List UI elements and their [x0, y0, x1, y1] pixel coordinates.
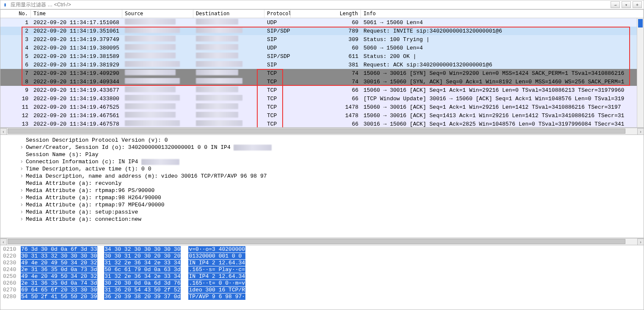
detail-tree-row[interactable]: Session Description Protocol Version (v)…: [0, 137, 644, 144]
packet-bytes-pane[interactable]: 021076 3d 30 0d 0a 6f 3d 33 34 30 32 30 …: [0, 245, 644, 310]
scroll-left-icon[interactable]: ‹: [0, 128, 7, 135]
hex-row[interactable]: 027069 64 65 6f 20 33 30 30 31 36 20 54 …: [3, 287, 641, 294]
cell-length: 74: [291, 70, 361, 77]
cell-length: 60: [291, 19, 361, 26]
cell-source: [122, 36, 193, 43]
hscroll-thumb[interactable]: [8, 129, 625, 134]
detail-tree-row[interactable]: Media Attribute (a): rtpmap:98 H264/9000…: [0, 194, 644, 201]
detail-tree-row[interactable]: Session Name (s): Play: [0, 151, 644, 158]
cell-length: 66: [291, 121, 361, 127]
cell-length: 66: [291, 87, 361, 93]
packet-row[interactable]: 92022-09-20 11:34:19.433677 6TCP6615060 …: [0, 86, 644, 94]
scroll-right-icon[interactable]: ›: [637, 239, 644, 245]
column-protocol[interactable]: Protocol: [264, 10, 291, 18]
cell-protocol: SIP: [264, 36, 291, 43]
hex-row[interactable]: 023049 4e 20 49 50 34 20 32 31 32 2e 36 …: [3, 260, 641, 266]
cell-no: 11: [0, 104, 31, 110]
detail-tree-row[interactable]: Media Attribute (a): rtpmap:96 PS/90000: [0, 187, 644, 194]
cell-no: 12: [0, 112, 31, 119]
display-filter-bar[interactable]: ▮ → ▾ +: [0, 0, 644, 9]
cell-no: 10: [0, 96, 31, 102]
cell-no: 2: [0, 28, 31, 34]
cell-length: 381: [291, 62, 361, 68]
cell-info: 5060 → 15060 Len=4: [361, 45, 644, 51]
packet-row[interactable]: 42022-09-20 11:34:19.380095 6UDP605060 →…: [0, 44, 644, 52]
cell-time: 2022-09-20 11:34:19.381929 1: [31, 62, 122, 68]
packet-row[interactable]: 22022-09-20 11:34:19.351061 1SIP/SDP789R…: [0, 27, 644, 35]
cell-time: 2022-09-20 11:34:19.381589 6: [31, 53, 122, 60]
cell-destination: [193, 120, 264, 127]
column-no[interactable]: No.: [0, 10, 31, 18]
cell-info: [TCP Window Update] 30016 → 15060 [ACK] …: [361, 96, 644, 102]
cell-source: [122, 78, 193, 85]
column-length[interactable]: Length: [291, 10, 361, 18]
packet-row[interactable]: 52022-09-20 11:34:19.381589 6SIP/SDP611S…: [0, 52, 644, 60]
cell-source: [122, 95, 193, 102]
packet-row[interactable]: 132022-09-20 11:34:19.467578 1TCP6630016…: [0, 120, 644, 127]
hex-row[interactable]: 022030 31 33 32 30 30 30 30 30 30 31 20 …: [3, 253, 641, 260]
cell-destination: [193, 112, 264, 119]
cell-destination: [193, 44, 264, 52]
cell-info: Request: INVITE sip:34020000001320000001…: [361, 28, 644, 34]
column-destination[interactable]: Destination: [193, 10, 264, 18]
packet-row[interactable]: 122022-09-20 11:34:19.467561 6TCP1478150…: [0, 111, 644, 120]
column-time[interactable]: Time: [31, 10, 122, 18]
display-filter-input[interactable]: [11, 2, 608, 8]
cell-info: 30016 → 15060 [SYN, ACK] Seq=0 Ack=1 Win…: [361, 79, 644, 85]
detail-tree-row[interactable]: Media Description, name and address (m):…: [0, 173, 644, 180]
cell-protocol: TCP: [264, 104, 291, 110]
cell-destination: [193, 69, 264, 77]
packet-row[interactable]: 102022-09-20 11:34:19.433800 1TCP66[TCP …: [0, 94, 644, 103]
cell-no: 9: [0, 87, 31, 93]
cell-length: 611: [291, 53, 361, 60]
packet-list-hscroll[interactable]: ‹ ›: [0, 128, 644, 134]
cell-time: 2022-09-20 11:34:19.433677 6: [31, 87, 122, 93]
detail-tree-row[interactable]: Media Attribute (a): rtpmap:97 MPEG4/900…: [0, 201, 644, 208]
cell-source: [122, 69, 193, 77]
hscroll-thumb[interactable]: [8, 239, 625, 244]
packet-row[interactable]: 62022-09-20 11:34:19.381929 1SIP381Reque…: [0, 60, 644, 69]
cell-source: [122, 52, 193, 60]
column-info[interactable]: Info: [361, 10, 644, 18]
detail-tree-row[interactable]: Media Attribute (a): connection:new: [0, 216, 644, 223]
detail-tree-row[interactable]: Media Attribute (a): setup:passive: [0, 208, 644, 216]
cell-length: 789: [291, 28, 361, 34]
apply-filter-button[interactable]: →: [611, 1, 620, 8]
detail-tree-row[interactable]: Media Attribute (a): recvonly: [0, 180, 644, 187]
detail-tree-row[interactable]: Time Description, active time (t): 0 0: [0, 165, 644, 173]
packet-row[interactable]: 32022-09-20 11:34:19.379749 6SIP309Statu…: [0, 35, 644, 44]
scroll-right-icon[interactable]: ›: [637, 128, 644, 135]
detail-tree-row[interactable]: Connection Information (c): IN IP4: [0, 158, 644, 165]
cell-length: 60: [291, 45, 361, 51]
vertical-scrollbar[interactable]: [637, 18, 644, 127]
packet-row[interactable]: 12022-09-20 11:34:17.151068 6UDP605061 →…: [0, 18, 644, 27]
cell-source: [122, 112, 193, 119]
cell-no: 13: [0, 121, 31, 127]
scroll-left-icon[interactable]: ‹: [0, 239, 7, 245]
cell-protocol: TCP: [264, 79, 291, 85]
hex-row[interactable]: 02402e 31 36 35 0d 0a 73 3d 50 6c 61 79 …: [3, 266, 641, 273]
cell-length: 309: [291, 36, 361, 43]
packet-row[interactable]: 82022-09-20 11:34:19.409344 1TCP7430016 …: [0, 77, 644, 86]
hex-row[interactable]: 028054 50 2f 41 56 50 20 39 36 20 39 38 …: [3, 294, 641, 300]
cell-info: Status: 200 OK |: [361, 53, 644, 60]
hex-row[interactable]: 02602e 31 36 35 0d 0a 74 3d 30 20 30 0d …: [3, 280, 641, 287]
packet-list-body[interactable]: 12022-09-20 11:34:17.151068 6UDP605061 →…: [0, 18, 644, 127]
cell-source: [122, 86, 193, 94]
detail-tree-row[interactable]: Owner/Creator, Session Id (o): 340200000…: [0, 144, 644, 151]
filter-dropdown-button[interactable]: ▾: [622, 1, 631, 8]
details-hscroll[interactable]: ‹ ›: [0, 238, 644, 245]
packet-row[interactable]: 72022-09-20 11:34:19.409290 6TCP7415060 …: [0, 69, 644, 77]
cell-time: 2022-09-20 11:34:19.433800 1: [31, 96, 122, 102]
hex-row[interactable]: 021076 3d 30 0d 0a 6f 3d 33 34 30 32 30 …: [3, 246, 641, 253]
cell-info: Request: ACK sip:34020000001320000001@6: [361, 62, 644, 68]
cell-protocol: SIP/SDP: [264, 28, 291, 34]
packet-row[interactable]: 112022-09-20 11:34:19.467525 6TCP1478150…: [0, 103, 644, 111]
cell-length: 1478: [291, 104, 361, 110]
cell-info: 15060 → 30016 [ACK] Seq=1 Ack=1 Win=2921…: [361, 104, 644, 110]
column-source[interactable]: Source: [122, 10, 193, 18]
hex-row[interactable]: 025049 4e 20 49 50 34 20 32 31 32 2e 36 …: [3, 273, 641, 280]
add-filter-button[interactable]: +: [633, 1, 642, 8]
cell-destination: [193, 27, 264, 35]
packet-details-pane[interactable]: Session Description Protocol Version (v)…: [0, 134, 644, 238]
